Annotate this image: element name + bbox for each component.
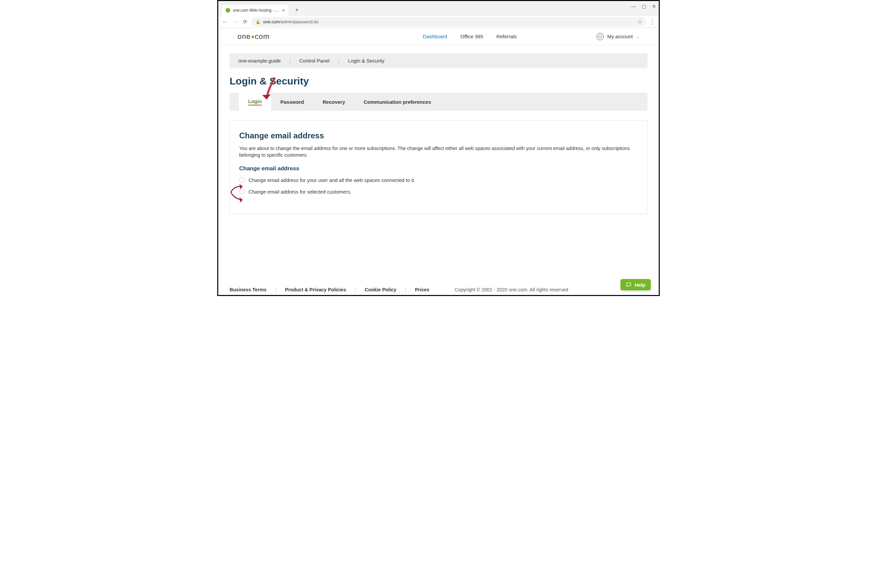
bookmark-star-icon[interactable]: ☆ [637, 19, 642, 25]
help-button[interactable]: Help [620, 279, 651, 290]
top-nav: Dashboard Office 365 Referrals [350, 34, 517, 39]
panel-subheading: Change email address [239, 165, 638, 172]
radio-option-all-webspaces[interactable]: Change email address for your user and a… [239, 177, 638, 183]
new-tab-button[interactable]: + [292, 5, 302, 15]
site-footer: Business Terms | Product & Privacy Polic… [218, 287, 659, 292]
nav-dashboard[interactable]: Dashboard [423, 34, 447, 39]
radio-icon[interactable] [239, 189, 245, 194]
back-button[interactable]: ← [222, 19, 228, 25]
help-label: Help [634, 282, 646, 288]
user-icon [596, 33, 604, 40]
lock-icon: 🔒 [255, 20, 260, 24]
nav-office365[interactable]: Office 365 [461, 34, 483, 39]
chat-icon [626, 282, 632, 288]
address-bar: ← → ⟳ 🔒 one.com/admin/password.do ☆ ⋮ [218, 16, 659, 28]
url-field[interactable]: 🔒 one.com/admin/password.do ☆ [252, 17, 646, 27]
nav-referrals[interactable]: Referrals [496, 34, 517, 39]
url-text: one.com/admin/password.do [263, 19, 318, 24]
tab-recovery[interactable]: Recovery [314, 93, 354, 111]
reload-button[interactable]: ⟳ [242, 19, 248, 25]
footer-copyright: Copyright © 2002 - 2020 one.com. All rig… [455, 287, 568, 292]
site-header: onecom Dashboard Office 365 Referrals My… [218, 28, 659, 45]
close-window-icon[interactable]: ✕ [652, 4, 656, 9]
tab-communication-preferences[interactable]: Communication preferences [354, 93, 440, 111]
browser-tab[interactable]: one.com Web hosting - Domain × [222, 4, 289, 16]
crumb-control-panel[interactable]: Control Panel [291, 58, 338, 63]
page-title: Login & Security [230, 75, 647, 87]
breadcrumb: one-example.guide | Control Panel | Logi… [230, 53, 647, 68]
radio-label: Change email address for your user and a… [249, 177, 415, 183]
login-panel: Change email address You are about to ch… [230, 120, 647, 214]
window-controls: — ▢ ✕ [631, 4, 656, 9]
browser-menu-icon[interactable]: ⋮ [649, 18, 655, 26]
footer-prices[interactable]: Prices [406, 287, 438, 292]
minimize-icon[interactable]: — [631, 4, 636, 9]
radio-icon[interactable] [239, 177, 245, 183]
crumb-login-security[interactable]: Login & Security [339, 58, 393, 63]
panel-heading: Change email address [239, 131, 638, 140]
radio-option-selected-customers[interactable]: Change email address for selected custom… [239, 189, 638, 195]
panel-intro: You are about to change the email addres… [239, 145, 638, 159]
settings-tabs: Login Password Recovery Communication pr… [230, 93, 647, 111]
tab-login[interactable]: Login [239, 93, 271, 111]
favicon-icon [225, 8, 230, 13]
account-label: My account [607, 34, 633, 39]
close-tab-icon[interactable]: × [282, 8, 285, 13]
radio-label: Change email address for selected custom… [249, 189, 351, 195]
footer-business-terms[interactable]: Business Terms [230, 287, 275, 292]
account-menu[interactable]: My account ⌄ [596, 33, 640, 40]
chevron-down-icon: ⌄ [636, 34, 640, 39]
crumb-domain[interactable]: one-example.guide [238, 58, 290, 63]
tab-title: one.com Web hosting - Domain [233, 8, 279, 13]
footer-privacy-policies[interactable]: Product & Privacy Policies [276, 287, 355, 292]
tab-password[interactable]: Password [271, 93, 314, 111]
logo[interactable]: onecom [237, 32, 269, 41]
footer-cookie-policy[interactable]: Cookie Policy [356, 287, 405, 292]
forward-button[interactable]: → [231, 19, 238, 25]
browser-tab-bar: one.com Web hosting - Domain × + — ▢ ✕ [218, 1, 659, 16]
maximize-icon[interactable]: ▢ [642, 4, 646, 9]
